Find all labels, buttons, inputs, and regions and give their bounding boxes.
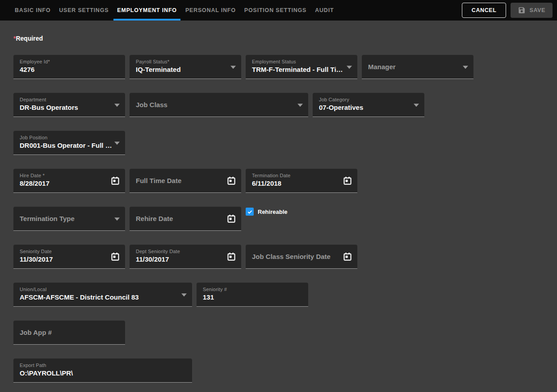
- rehire-date-placeholder: Rehire Date: [136, 215, 173, 222]
- save-icon: [518, 6, 526, 14]
- form-row-9: Export Path O:\PAYROLL\PR\: [13, 359, 557, 383]
- termination-date-field[interactable]: Termination Date 6/11/2018: [246, 169, 357, 193]
- termination-date-value: 6/11/2018: [252, 179, 344, 187]
- job-class-placeholder: Job Class: [136, 101, 168, 108]
- cancel-button[interactable]: CANCEL: [462, 3, 507, 18]
- tab-position-settings[interactable]: POSITION SETTINGS: [244, 0, 306, 21]
- chevron-down-icon: [463, 66, 468, 69]
- rehire-date-field[interactable]: Rehire Date: [130, 207, 241, 231]
- employee-id-value: 4276: [20, 66, 112, 73]
- hire-date-field[interactable]: Hire Date * 8/28/2017: [13, 169, 125, 193]
- form-row-6: Seniority Date 11/30/2017 Dept Seniority…: [13, 245, 557, 269]
- chevron-down-icon: [414, 104, 419, 107]
- chevron-down-icon: [181, 293, 187, 296]
- job-position-select[interactable]: Job Position DR001-Bus Operator - Full …: [13, 131, 125, 155]
- dept-seniority-date-field[interactable]: Dept Seniority Date 11/30/2017: [130, 245, 241, 269]
- union-local-select[interactable]: Union/Local AFSCM-AFSCME - District Coun…: [13, 283, 192, 307]
- job-category-value: 07-Operatives: [319, 104, 411, 111]
- export-path-value: O:\PAYROLL\PR\: [20, 369, 179, 377]
- employee-id-field[interactable]: Employee Id* 4276: [13, 55, 125, 79]
- employment-status-select[interactable]: Employment Status TRM-F-Terminated - Ful…: [246, 55, 357, 79]
- tab-employment-info[interactable]: EMPLOYMENT INFO: [117, 0, 177, 21]
- seniority-number-field[interactable]: Seniority # 131: [197, 283, 308, 307]
- termination-type-select[interactable]: Termination Type: [13, 207, 125, 231]
- department-label: Department: [20, 97, 112, 102]
- job-category-select[interactable]: Job Category 07-Operatives: [313, 93, 424, 117]
- department-value: DR-Bus Operators: [20, 104, 112, 111]
- department-select[interactable]: Department DR-Bus Operators: [13, 93, 125, 117]
- form-row-4: Hire Date * 8/28/2017 Full Time Date: [13, 169, 557, 193]
- form-row-5: Termination Type Rehire Date Rehireable: [13, 207, 557, 231]
- chevron-down-icon: [230, 66, 236, 69]
- rehireable-checkbox-group[interactable]: Rehireable: [246, 208, 287, 216]
- export-path-label: Export Path: [20, 363, 179, 368]
- tab-basic-info[interactable]: BASIC INFO: [15, 0, 50, 21]
- tab-personal-info[interactable]: PERSONAL INFO: [185, 0, 236, 21]
- chevron-down-icon: [114, 217, 120, 221]
- seniority-date-label: Seniority Date: [20, 249, 112, 254]
- full-time-date-placeholder: Full Time Date: [136, 177, 181, 184]
- payroll-status-label: Payroll Status*: [136, 59, 228, 64]
- employment-info-form: *Required Employee Id* 4276 Payroll Stat…: [0, 35, 557, 383]
- full-time-date-field[interactable]: Full Time Date: [130, 169, 241, 193]
- check-icon: [247, 209, 253, 215]
- employment-status-label: Employment Status: [252, 59, 344, 64]
- union-local-value: AFSCM-AFSCME - District Council 83: [20, 293, 179, 301]
- form-row-3: Job Position DR001-Bus Operator - Full …: [13, 131, 557, 155]
- payroll-status-select[interactable]: Payroll Status* IQ-Terminated: [130, 55, 241, 79]
- employment-status-value: TRM-F-Terminated - Full Ti…: [252, 66, 344, 73]
- form-row-8: Job App #: [13, 321, 557, 345]
- calendar-icon[interactable]: [226, 214, 236, 224]
- calendar-icon[interactable]: [110, 176, 120, 186]
- job-class-seniority-date-placeholder: Job Class Seniority Date: [252, 253, 331, 260]
- save-button[interactable]: SAVE: [511, 3, 553, 18]
- calendar-icon[interactable]: [226, 176, 236, 186]
- manager-select[interactable]: Manager: [362, 55, 473, 79]
- job-app-number-placeholder: Job App #: [20, 329, 52, 336]
- form-row-2: Department DR-Bus Operators Job Class Jo…: [13, 93, 557, 117]
- job-class-seniority-date-field[interactable]: Job Class Seniority Date: [246, 245, 357, 269]
- job-position-label: Job Position: [20, 135, 112, 140]
- tab-audit[interactable]: AUDIT: [315, 0, 334, 21]
- tab-user-settings[interactable]: USER SETTINGS: [59, 0, 109, 21]
- calendar-icon[interactable]: [343, 176, 352, 186]
- chevron-down-icon: [114, 142, 120, 145]
- job-category-label: Job Category: [319, 97, 411, 102]
- required-note: *Required: [13, 35, 557, 42]
- union-local-label: Union/Local: [20, 287, 179, 292]
- chevron-down-icon: [297, 104, 303, 107]
- form-row-7: Union/Local AFSCM-AFSCME - District Coun…: [13, 283, 557, 307]
- tab-bar: BASIC INFO USER SETTINGS EMPLOYMENT INFO…: [15, 0, 334, 21]
- calendar-icon[interactable]: [343, 252, 352, 262]
- employee-id-label: Employee Id*: [20, 59, 112, 64]
- hire-date-label: Hire Date *: [20, 173, 112, 178]
- job-class-select[interactable]: Job Class: [130, 93, 308, 117]
- payroll-status-value: IQ-Terminated: [136, 66, 228, 73]
- seniority-number-value: 131: [203, 293, 295, 301]
- seniority-date-value: 11/30/2017: [20, 255, 112, 263]
- termination-type-placeholder: Termination Type: [20, 215, 75, 222]
- calendar-icon[interactable]: [110, 252, 120, 262]
- job-position-value: DR001-Bus Operator - Full …: [20, 142, 112, 149]
- save-button-label: SAVE: [529, 7, 545, 13]
- export-path-field[interactable]: Export Path O:\PAYROLL\PR\: [13, 359, 192, 383]
- job-app-number-field[interactable]: Job App #: [13, 321, 125, 345]
- topbar-actions: CANCEL SAVE: [462, 3, 553, 18]
- rehireable-checkbox[interactable]: [246, 208, 254, 216]
- dept-seniority-date-label: Dept Seniority Date: [136, 249, 228, 254]
- dept-seniority-date-value: 11/30/2017: [136, 255, 228, 263]
- form-row-1: Employee Id* 4276 Payroll Status* IQ-Ter…: [13, 55, 557, 79]
- termination-date-label: Termination Date: [252, 173, 344, 178]
- manager-placeholder: Manager: [368, 63, 396, 71]
- seniority-date-field[interactable]: Seniority Date 11/30/2017: [13, 245, 125, 269]
- top-bar: BASIC INFO USER SETTINGS EMPLOYMENT INFO…: [0, 0, 557, 21]
- hire-date-value: 8/28/2017: [20, 179, 112, 187]
- seniority-number-label: Seniority #: [203, 287, 295, 292]
- calendar-icon[interactable]: [226, 252, 236, 262]
- chevron-down-icon: [347, 66, 352, 69]
- rehireable-label: Rehireable: [258, 209, 287, 215]
- chevron-down-icon: [114, 104, 120, 107]
